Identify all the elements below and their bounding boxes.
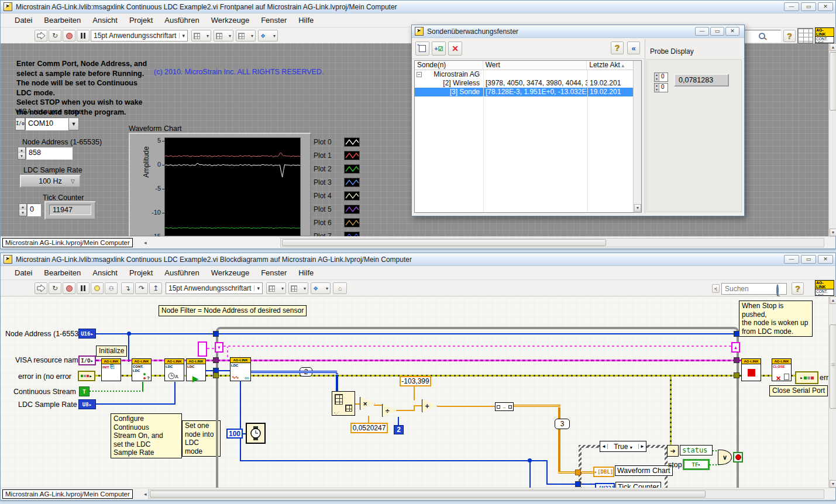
legend-item[interactable]: Plot 0 [314, 135, 364, 149]
shift-register-right[interactable]: ▲ [731, 342, 740, 353]
scroll-up-arrow[interactable]: ▲ [830, 296, 836, 304]
run-button[interactable] [35, 30, 47, 42]
vi-icon[interactable]: AG-LINK CONT. LDC [815, 27, 834, 43]
constant-offset[interactable]: -103,399 [400, 376, 431, 386]
menu-item-ausfhren[interactable]: Ausführen [159, 16, 205, 25]
build-array-node[interactable]: ‥ [495, 402, 514, 411]
clean-up-diagram-button[interactable]: ⌂ [333, 282, 347, 294]
scroll-left-arrow[interactable]: ◂ [144, 491, 147, 497]
pause-button[interactable] [77, 282, 90, 294]
scroll-down-arrow[interactable]: ▼ [634, 204, 641, 212]
probe-row[interactable]: [2] Wireless[3978, 4050, 3474, 3980, 404… [415, 79, 641, 88]
search-nav-button[interactable]: ▪| [712, 284, 720, 293]
maximize-button[interactable]: ▭ [710, 27, 724, 36]
constant-3[interactable]: 3 [555, 419, 570, 429]
block-diagram-vscrollbar[interactable]: ▲ ▼ [828, 296, 836, 488]
index-array-node[interactable]: ▫⋰ [332, 391, 355, 416]
sample-rate-ring[interactable]: 100 Hz ▽ [20, 175, 81, 188]
case-next-arrow[interactable]: ► [638, 444, 646, 449]
step-into-button[interactable]: ↴ [121, 282, 134, 294]
menu-item-hilfe[interactable]: Hilfe [293, 16, 319, 25]
node-address-spinner[interactable]: ▲▼ [18, 147, 26, 160]
menu-item-bearbeiten[interactable]: Bearbeiten [38, 16, 87, 25]
block-diagram-titlebar[interactable]: Microstrain AG-Link.lvlib:msagxlink Cont… [1, 253, 835, 266]
scroll-thumb[interactable] [282, 239, 606, 246]
delete-probe-button[interactable]: ✕ [448, 42, 462, 56]
run-continuous-button[interactable]: ↻ [49, 282, 61, 294]
scroll-thumb[interactable] [830, 52, 836, 111]
case-prev-arrow[interactable]: ◄ [600, 444, 608, 449]
scroll-thumb[interactable] [150, 491, 706, 498]
probe-window-titlebar[interactable]: Sondenüberwachungsfenster — ▭ ✕ [412, 25, 744, 38]
vi-icon[interactable]: AG-LINK CONT. LDC [815, 280, 834, 296]
align-objects-button[interactable]: ▾ [191, 30, 211, 42]
front-panel-hscrollbar[interactable] [280, 238, 824, 247]
menu-item-projekt[interactable]: Projekt [123, 268, 159, 277]
menu-item-ausfhren[interactable]: Ausführen [159, 268, 205, 277]
distribute-objects-button[interactable]: ▾ [288, 282, 308, 294]
scroll-down-arrow[interactable]: ▼ [830, 229, 836, 236]
front-panel-titlebar[interactable]: Microstrain AG-Link.lvlib:msagxlink Cont… [1, 1, 835, 13]
step-over-button[interactable]: ↷ [135, 282, 148, 294]
help-button[interactable]: ? [792, 282, 804, 295]
font-selector[interactable]: 15pt Anwendungsschriftart ▾ [91, 30, 188, 42]
terminal-error-in[interactable]: ▸ [78, 371, 95, 381]
tick-counter-spin-control[interactable]: ▲▼ 0 [19, 203, 41, 216]
maximize-button[interactable]: ▭ [801, 255, 816, 264]
constant-divisor[interactable]: 2 [394, 425, 404, 434]
reorder-button[interactable]: ❖▾ [311, 282, 331, 294]
subvi-aglink-stop[interactable]: AG-LINK [741, 358, 761, 381]
wait-ms-node[interactable] [246, 423, 266, 444]
terminal-u8[interactable]: U8▸ [78, 399, 96, 409]
legend-item[interactable]: Plot 4 [314, 189, 364, 202]
align-objects-button[interactable]: ▾ [266, 282, 286, 294]
close-button[interactable]: ✕ [818, 2, 833, 11]
node-address-control[interactable]: ▲▼ 858 [18, 147, 73, 160]
abort-button[interactable] [63, 282, 75, 294]
terminal-u16[interactable]: U16▸ [78, 329, 96, 339]
visa-dropdown-arrow[interactable]: ▼ [68, 118, 79, 130]
probe-column-header[interactable]: Wert [483, 61, 587, 70]
close-button[interactable]: ✕ [725, 27, 739, 36]
shift-register-left[interactable]: ▼ [215, 342, 223, 353]
menu-item-projekt[interactable]: Projekt [123, 16, 159, 25]
unbundle-status-node[interactable]: ➔ [667, 445, 679, 457]
minimize-button[interactable]: — [695, 27, 709, 36]
visa-resource-combo[interactable]: I/o COM10 ▼ [15, 118, 79, 130]
retain-wire-values-button[interactable]: ⚇ [105, 282, 118, 294]
legend-item[interactable]: Plot 6 [314, 216, 364, 229]
terminal-error-out[interactable]: ▸ [795, 371, 818, 384]
run-button[interactable] [35, 282, 47, 294]
minimize-button[interactable]: — [784, 255, 799, 264]
front-panel-vscrollbar[interactable]: ▲ ▼ [828, 43, 836, 236]
legend-item[interactable]: Plot 1 [314, 149, 364, 162]
probe-row[interactable]: −Microstrain AG [415, 70, 641, 79]
case-selector[interactable]: ◄ True ▾ ► [600, 441, 646, 452]
menu-item-werkzeuge[interactable]: Werkzeuge [205, 16, 256, 25]
subvi-aglink-cont-ldc[interactable]: AG-LINK CONT. LDC ? [132, 358, 152, 381]
string-constant[interactable] [198, 341, 207, 357]
menu-item-werkzeuge[interactable]: Werkzeuge [205, 268, 256, 277]
menu-item-fenster[interactable]: Fenster [255, 16, 293, 25]
subvi-aglink-ldc-start[interactable]: AG-LINK LDC ▶ [186, 358, 206, 381]
probe-table-vscrollbar[interactable]: ▼ [633, 61, 641, 212]
collapse-panel-button[interactable]: « [627, 42, 640, 54]
menu-item-fenster[interactable]: Fenster [255, 268, 293, 277]
step-out-button[interactable]: ↥ [149, 282, 162, 294]
minimize-button[interactable]: — [784, 2, 799, 11]
constant-wait-ms[interactable]: 100 [226, 429, 243, 439]
distribute-objects-button[interactable]: ▾ [214, 30, 233, 42]
abort-button[interactable] [63, 30, 75, 42]
menu-item-datei[interactable]: Datei [9, 268, 38, 277]
legend-item[interactable]: Plot 5 [314, 202, 364, 216]
menu-item-datei[interactable]: Datei [9, 16, 38, 25]
probe-display-spinner-top[interactable]: ▲▼0 [654, 73, 668, 82]
maximize-button[interactable]: ▭ [801, 2, 816, 11]
probe-row[interactable]: [3] Sonde[78.128E-3, 1.951E+0, -13.032E+… [415, 88, 641, 96]
pause-button[interactable] [77, 30, 90, 42]
resize-objects-button[interactable]: ▾ [236, 30, 256, 42]
constant-true[interactable]: T [79, 386, 90, 396]
search-box[interactable] [742, 30, 781, 42]
probe-column-header[interactable]: Sonde(n) [415, 61, 483, 70]
legend-item[interactable]: Plot 3 [314, 175, 364, 189]
